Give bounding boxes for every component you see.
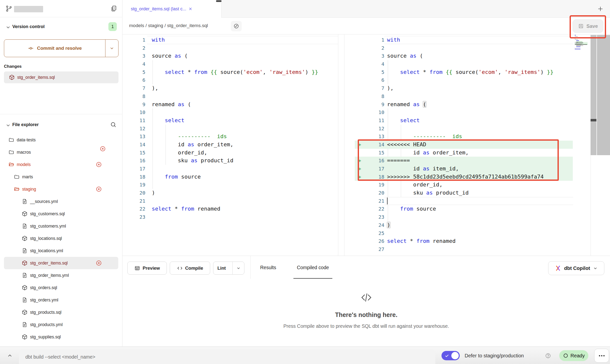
right-code-line-25[interactable]: 25: [344, 229, 610, 237]
right-code-line-26[interactable]: 26select * from renamed: [344, 237, 610, 245]
search-icon[interactable]: [110, 121, 117, 128]
lint-button[interactable]: Lint: [213, 262, 244, 275]
left-code-line-16[interactable]: 16 sku as product_id: [122, 157, 338, 165]
version-control-collapse-icon[interactable]: [5, 25, 11, 30]
explorer-item-stg-customers-sql[interactable]: stg_customers.sql: [4, 208, 118, 220]
right-code-line-12[interactable]: 12: [344, 125, 610, 133]
right-code-line-11[interactable]: 11 select: [344, 116, 610, 125]
explorer-item-stg-order-items-sql[interactable]: stg_order_items.sql: [4, 257, 118, 269]
command-input[interactable]: dbt build --select <model_name>: [19, 349, 435, 364]
left-scrollbar-thumb[interactable]: [216, 0, 221, 2]
explorer-item--sources-yml[interactable]: __sources.yml: [4, 195, 118, 208]
overview-ruler-track[interactable]: [597, 35, 610, 155]
editor-scrollbar-thumb[interactable]: [591, 119, 596, 121]
explorer-item-data-tests[interactable]: data-tests: [4, 134, 118, 146]
compile-button[interactable]: Compile: [170, 262, 210, 275]
right-code-line-19[interactable]: 19 order_id,: [344, 181, 610, 189]
right-code-line-14[interactable]: +14<<<<<<< HEAD: [344, 141, 610, 149]
right-code-line-21[interactable]: 21: [344, 197, 610, 205]
left-code-line-17[interactable]: 17: [122, 165, 338, 173]
explorer-item-marts[interactable]: marts: [4, 171, 118, 183]
left-code-line-8[interactable]: 8: [122, 92, 338, 100]
commit-dropdown-button[interactable]: [105, 40, 118, 57]
right-code-line-18[interactable]: +18>>>>>>> 58c1dd23d5eebd9cd2495fa7124ab…: [344, 173, 610, 181]
right-code-line-17[interactable]: +17 id as item_id,: [344, 165, 610, 173]
tab-compiled-code[interactable]: Compiled code: [293, 256, 332, 279]
editor-scrollbar-track[interactable]: [591, 35, 596, 155]
right-code-line-7[interactable]: 7),: [344, 84, 610, 92]
right-code-line-2[interactable]: 2: [344, 44, 610, 52]
left-code-line-21[interactable]: 21: [122, 197, 338, 205]
right-code-line-1[interactable]: 1with: [344, 36, 610, 44]
commit-and-resolve-button[interactable]: Commit and resolve: [4, 39, 119, 57]
right-code-line-24[interactable]: 24): [344, 221, 610, 229]
left-code-line-23[interactable]: 23: [122, 213, 338, 221]
left-code-line-19[interactable]: 19: [122, 181, 338, 189]
explorer-item-stg-products-yml[interactable]: stg_products.yml: [4, 318, 118, 331]
code-editor[interactable]: 1with23source as (45 select * from {{ so…: [122, 34, 610, 256]
editor-minimap[interactable]: [575, 35, 588, 49]
left-code-line-12[interactable]: 12: [122, 125, 338, 133]
right-code-line-9[interactable]: 9renamed as (: [344, 100, 610, 109]
explorer-item-stg-orders-yml[interactable]: stg_orders.yml: [4, 294, 118, 306]
explorer-item-models[interactable]: models: [4, 158, 118, 171]
editor-pane-original[interactable]: 1with23source as (45 select * from {{ so…: [122, 34, 338, 256]
right-code-line-5[interactable]: 5 select * from {{ source('ecom', 'raw_i…: [344, 68, 610, 76]
right-code-line-13[interactable]: 13 ---------- ids: [344, 132, 610, 141]
right-code-line-15[interactable]: 15 id as order_item,: [344, 149, 610, 157]
help-icon[interactable]: [545, 353, 551, 359]
left-code-line-18[interactable]: 18 from source: [122, 173, 338, 181]
explorer-item-stg-supplies-sql[interactable]: stg_supplies.sql: [4, 331, 118, 343]
copy-files-icon[interactable]: [110, 5, 117, 12]
tab-stg-order-items[interactable]: stg_order_items.sql (last c...: [122, 0, 221, 18]
left-code-line-15[interactable]: 15 order_id,: [122, 149, 338, 157]
explorer-item-staging[interactable]: staging: [4, 183, 118, 195]
editor-pane-current[interactable]: 1with23source as (45 select * from {{ so…: [344, 34, 610, 256]
left-code-line-9[interactable]: 9renamed as (: [122, 100, 338, 109]
left-code-line-14[interactable]: 14 id as order_item,: [122, 141, 338, 149]
expand-console-icon[interactable]: [7, 353, 13, 359]
file-explorer-collapse-icon[interactable]: [5, 123, 11, 128]
left-code-line-10[interactable]: 10: [122, 108, 338, 116]
left-code-line-6[interactable]: 6: [122, 76, 338, 84]
explorer-item-stg-locations-sql[interactable]: stg_locations.sql: [4, 232, 118, 245]
right-code-line-4[interactable]: 4: [344, 60, 610, 68]
explorer-item-stg-order-items-yml[interactable]: stg_order_items.yml: [4, 269, 118, 281]
left-code-line-13[interactable]: 13 ---------- ids: [122, 132, 338, 141]
left-code-line-4[interactable]: 4: [122, 60, 338, 68]
more-options-button[interactable]: [594, 349, 609, 363]
left-pane-scrollbar[interactable]: [338, 34, 344, 256]
lint-dropdown-icon[interactable]: [232, 262, 244, 274]
new-tab-icon[interactable]: [597, 6, 604, 12]
left-code-line-5[interactable]: 5 select * from {{ source('ecom', 'raw_i…: [122, 68, 338, 76]
right-code-line-20[interactable]: 20 sku as product_id: [344, 189, 610, 197]
left-code-line-2[interactable]: 2: [122, 44, 338, 52]
left-code-line-20[interactable]: 20): [122, 189, 338, 197]
right-code-line-6[interactable]: 6: [344, 76, 610, 84]
explorer-item-stg-customers-yml[interactable]: stg_customers.yml: [4, 220, 118, 232]
save-button[interactable]: Save: [573, 19, 603, 33]
right-code-line-8[interactable]: 8: [344, 92, 610, 100]
explorer-item-stg-orders-sql[interactable]: stg_orders.sql: [4, 281, 118, 294]
right-code-line-27[interactable]: 27: [344, 245, 610, 253]
right-code-line-16[interactable]: +16=======: [344, 157, 610, 165]
right-code-line-3[interactable]: 3source as (: [344, 52, 610, 60]
explorer-item-stg-locations-yml[interactable]: stg_locations.yml: [4, 245, 118, 257]
dbt-copilot-button[interactable]: dbt Copilot: [548, 261, 604, 275]
tab-close-icon[interactable]: [188, 7, 193, 11]
left-code-line-3[interactable]: 3source as (: [122, 52, 338, 60]
changed-file-row[interactable]: stg_order_items.sql: [4, 71, 119, 83]
right-code-line-22[interactable]: 22 from source: [344, 205, 610, 213]
left-code-line-22[interactable]: 22select * from renamed: [122, 205, 338, 213]
left-code-line-7[interactable]: 7),: [122, 84, 338, 92]
right-code-line-23[interactable]: 23: [344, 213, 610, 221]
right-code-line-10[interactable]: 10: [344, 108, 610, 116]
left-code-line-11[interactable]: 11 select: [122, 116, 338, 125]
explorer-item-macros[interactable]: macros: [4, 146, 118, 158]
left-code-line-1[interactable]: 1with: [122, 36, 338, 44]
preview-button[interactable]: Preview: [127, 262, 167, 275]
defer-toggle[interactable]: [441, 351, 460, 360]
tab-results[interactable]: Results: [257, 256, 280, 279]
lineage-button[interactable]: [231, 21, 242, 31]
explorer-item-stg-products-sql[interactable]: stg_products.sql: [4, 306, 118, 318]
